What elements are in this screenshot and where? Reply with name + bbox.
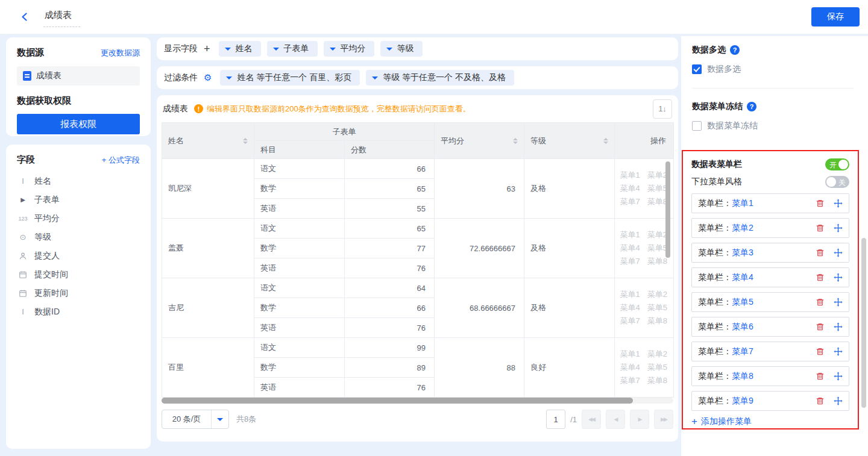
menu-link[interactable]: 菜单8 xyxy=(732,371,753,382)
next-page-button[interactable]: ▶ xyxy=(630,410,649,429)
checkbox-unchecked-icon[interactable] xyxy=(692,121,702,131)
display-field-chip[interactable]: 姓名 xyxy=(219,41,261,57)
row-menu-link[interactable]: 菜单1 xyxy=(620,349,640,360)
sort-caret-icon[interactable] xyxy=(243,138,248,144)
row-menu-link[interactable]: 菜单4 xyxy=(620,362,640,373)
row-menu-link[interactable]: 菜单1 xyxy=(620,170,640,181)
menu-link[interactable]: 菜单7 xyxy=(732,346,753,357)
move-icon[interactable] xyxy=(834,248,843,257)
add-action-menu-link[interactable]: +添加操作菜单 xyxy=(691,416,752,428)
row-menu-link[interactable]: 菜单4 xyxy=(620,243,640,254)
row-menu-link[interactable]: 菜单7 xyxy=(620,256,640,267)
expand-arrow-icon[interactable]: ▶ xyxy=(17,196,29,203)
delete-icon[interactable] xyxy=(816,223,825,233)
back-button[interactable] xyxy=(14,7,35,27)
row-menu-link[interactable]: 菜单7 xyxy=(620,375,640,386)
display-field-chip[interactable]: 等级 xyxy=(380,41,423,57)
sort-caret-icon[interactable] xyxy=(603,138,608,144)
multi-select-checkbox-row[interactable]: 数据多选 xyxy=(692,64,854,75)
row-menu-link[interactable]: 菜单4 xyxy=(620,183,640,194)
window-scrollbar-thumb[interactable] xyxy=(861,238,866,408)
menu-link[interactable]: 菜单3 xyxy=(732,248,753,258)
row-menu-link[interactable]: 菜单2 xyxy=(647,230,667,240)
column-header-average[interactable]: 平均分 xyxy=(435,123,524,159)
move-icon[interactable] xyxy=(834,347,843,356)
horizontal-scrollbar[interactable] xyxy=(162,398,673,404)
move-icon[interactable] xyxy=(834,298,843,307)
row-menu-link[interactable]: 菜单8 xyxy=(647,375,667,386)
delete-icon[interactable] xyxy=(816,396,825,405)
menu-freeze-checkbox-row[interactable]: 数据菜单冻结 xyxy=(692,120,854,131)
menu-link[interactable]: 菜单1 xyxy=(732,198,753,209)
sort-order-button[interactable]: 1↓ xyxy=(653,99,672,119)
column-header-grade[interactable]: 等级 xyxy=(524,123,615,159)
delete-icon[interactable] xyxy=(816,199,825,208)
row-menu-link[interactable]: 菜单2 xyxy=(647,170,667,181)
row-menu-link[interactable]: 菜单5 xyxy=(647,362,667,373)
delete-icon[interactable] xyxy=(816,273,825,282)
last-page-button[interactable]: ▶▶ xyxy=(654,410,673,429)
field-item-submit-time[interactable]: 提交时间 xyxy=(17,265,140,284)
row-menu-link[interactable]: 菜单5 xyxy=(647,243,667,254)
row-menu-link[interactable]: 菜单7 xyxy=(620,196,640,207)
field-item-grade[interactable]: ⊙等级 xyxy=(17,228,140,246)
delete-icon[interactable] xyxy=(816,248,825,257)
horizontal-scrollbar-thumb[interactable] xyxy=(162,398,633,404)
move-icon[interactable] xyxy=(834,396,843,405)
row-menu-link[interactable]: 菜单7 xyxy=(620,316,640,326)
save-button[interactable]: 保存 xyxy=(811,7,860,27)
page-number-input[interactable] xyxy=(546,410,565,429)
display-field-chip[interactable]: 平均分 xyxy=(324,41,374,57)
menu-link[interactable]: 菜单2 xyxy=(732,223,753,234)
field-item-subform[interactable]: ▶子表单 xyxy=(17,190,140,209)
field-item-submitter[interactable]: 提交人 xyxy=(17,246,140,265)
sort-caret-icon[interactable] xyxy=(513,138,518,144)
move-icon[interactable] xyxy=(834,273,843,282)
add-formula-field-link[interactable]: + 公式字段 xyxy=(102,155,140,166)
delete-icon[interactable] xyxy=(816,298,825,307)
row-menu-link[interactable]: 菜单2 xyxy=(647,349,667,360)
move-icon[interactable] xyxy=(834,322,843,331)
help-icon[interactable]: ? xyxy=(730,45,740,55)
move-icon[interactable] xyxy=(834,372,843,381)
table-vertical-scrollbar-thumb[interactable] xyxy=(665,161,670,258)
filter-chip[interactable]: 姓名 等于任意一个 百里、彩页 xyxy=(220,70,360,86)
page-size-select[interactable]: 20 条/页 xyxy=(162,410,229,429)
menu-link[interactable]: 菜单6 xyxy=(732,322,753,333)
row-menu-link[interactable]: 菜单1 xyxy=(620,230,640,240)
menu-link[interactable]: 菜单4 xyxy=(732,272,753,283)
row-menu-link[interactable]: 菜单2 xyxy=(647,289,667,300)
filter-chip[interactable]: 等级 等于任意一个 不及格、及格 xyxy=(366,70,514,86)
row-menu-link[interactable]: 菜单5 xyxy=(647,183,667,194)
display-field-chip[interactable]: 子表单 xyxy=(267,41,318,57)
move-icon[interactable] xyxy=(834,199,843,208)
delete-icon[interactable] xyxy=(816,347,825,356)
report-permission-button[interactable]: 报表权限 xyxy=(17,114,140,134)
prev-page-button[interactable]: ◀ xyxy=(606,410,625,429)
delete-icon[interactable] xyxy=(816,322,825,331)
datasource-item[interactable]: 成绩表 xyxy=(17,66,140,86)
field-item-update-time[interactable]: 更新时间 xyxy=(17,284,140,302)
menu-link[interactable]: 菜单9 xyxy=(732,396,753,407)
menu-bar-toggle-on[interactable]: 开 xyxy=(825,158,849,170)
gear-icon[interactable]: ⚙ xyxy=(204,72,212,83)
field-item-dataid[interactable]: I数据ID xyxy=(17,302,140,321)
field-item-name[interactable]: I姓名 xyxy=(17,172,140,190)
delete-icon[interactable] xyxy=(816,372,825,381)
add-display-field-icon[interactable]: + xyxy=(204,43,210,54)
dropdown-style-toggle-off[interactable]: 关 xyxy=(825,176,849,188)
change-datasource-link[interactable]: 更改数据源 xyxy=(101,48,140,58)
move-icon[interactable] xyxy=(834,223,843,233)
row-menu-link[interactable]: 菜单8 xyxy=(647,256,667,267)
checkbox-checked-icon[interactable] xyxy=(692,64,702,74)
help-icon[interactable]: ? xyxy=(747,102,756,111)
row-menu-link[interactable]: 菜单1 xyxy=(620,289,640,300)
row-menu-link[interactable]: 菜单8 xyxy=(647,316,667,326)
column-header-name[interactable]: 姓名 xyxy=(162,123,254,159)
menu-link[interactable]: 菜单5 xyxy=(732,297,753,308)
row-menu-link[interactable]: 菜单5 xyxy=(647,302,667,313)
first-page-button[interactable]: ◀◀ xyxy=(582,410,601,429)
row-menu-link[interactable]: 菜单4 xyxy=(620,302,640,313)
row-menu-link[interactable]: 菜单8 xyxy=(647,196,667,207)
field-item-average[interactable]: 123平均分 xyxy=(17,209,140,228)
